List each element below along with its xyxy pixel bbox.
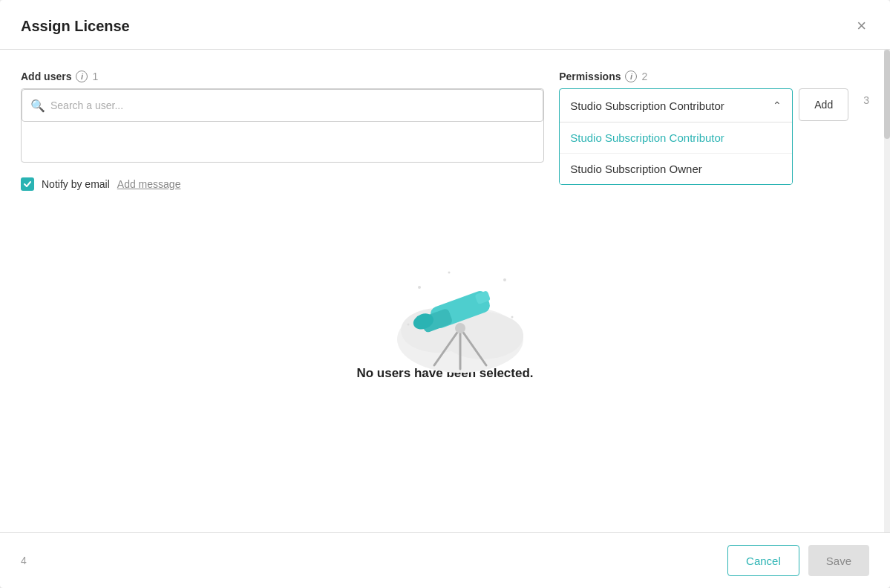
add-users-group: Add users i 1 🔍 Notify [21, 71, 544, 191]
notify-email-label: Notify by email [42, 178, 110, 190]
permissions-selected[interactable]: Studio Subscription Contributor ⌃ [560, 89, 792, 122]
search-icon: 🔍 [30, 99, 45, 113]
permissions-step: 2 [641, 71, 647, 82]
chevron-up-icon: ⌃ [773, 99, 782, 111]
dialog-body: Add users i 1 🔍 Notify [0, 50, 890, 532]
dropdown-options: Studio Subscription Contributor Studio S… [560, 122, 792, 184]
dialog-title: Assign License [21, 18, 130, 35]
add-users-label: Add users i 1 [21, 71, 544, 82]
empty-state: No users have been selected. [21, 191, 869, 396]
svg-point-12 [503, 278, 506, 281]
permissions-label: Permissions i 2 [559, 71, 848, 82]
select-wrapper: Studio Subscription Contributor ⌃ Studio… [559, 88, 793, 185]
notify-row: Notify by email Add message [21, 177, 544, 191]
dialog-footer: 4 Cancel Save [0, 532, 890, 588]
permissions-group: Permissions i 2 Studio Subscription Cont… [559, 71, 848, 185]
search-input-wrapper: 🔍 [22, 89, 543, 122]
step4-badge: 4 [21, 555, 27, 566]
svg-point-14 [511, 316, 513, 318]
cancel-button[interactable]: Cancel [727, 545, 799, 576]
add-button[interactable]: Add [799, 88, 848, 121]
assign-license-dialog: Assign License × Add users i 1 🔍 [0, 0, 890, 588]
notify-email-checkbox[interactable] [21, 177, 34, 191]
add-users-step: 1 [92, 71, 98, 82]
svg-point-15 [448, 272, 450, 274]
svg-point-11 [418, 286, 421, 289]
search-input[interactable] [22, 89, 543, 122]
scrollbar-thumb[interactable] [884, 50, 890, 139]
svg-point-10 [455, 323, 465, 333]
save-button[interactable]: Save [808, 545, 869, 576]
svg-point-13 [407, 324, 409, 326]
dropdown-option-owner[interactable]: Studio Subscription Owner [560, 153, 792, 184]
permissions-dropdown[interactable]: Studio Subscription Contributor ⌃ Studio… [559, 88, 793, 185]
telescope-illustration [379, 220, 512, 354]
close-button[interactable]: × [854, 15, 869, 37]
form-row: Add users i 1 🔍 Notify [21, 71, 869, 191]
add-message-button[interactable]: Add message [117, 178, 181, 190]
dropdown-option-contributor[interactable]: Studio Subscription Contributor [560, 122, 792, 153]
dialog-header: Assign License × [0, 0, 890, 50]
add-users-info-icon: i [76, 71, 88, 82]
selected-value: Studio Subscription Contributor [570, 99, 724, 112]
permissions-row: Studio Subscription Contributor ⌃ Studio… [559, 88, 848, 185]
scrollbar-track[interactable] [884, 50, 890, 532]
user-search-box: 🔍 [21, 88, 544, 163]
permissions-info-icon: i [625, 71, 637, 82]
step3-badge: 3 [863, 94, 869, 106]
